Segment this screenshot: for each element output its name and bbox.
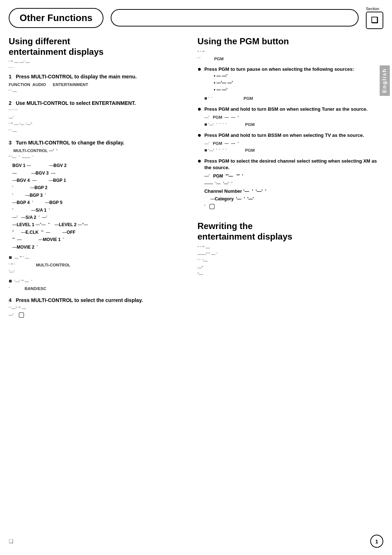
pgm-bullet-3: ● Press PGM and hold to turn BSSM on whe… [197, 132, 383, 154]
step-4-text: 4 Press MULTI-CONTROL to select the curr… [9, 297, 187, 304]
section-number-box: ❑ [366, 12, 383, 29]
enter-icon [19, 313, 24, 318]
bullet-dot-2: ● [197, 105, 201, 113]
pgm-bullet-4-content: Press PGM to select the desired channel … [204, 158, 383, 210]
rewrite-title: Rewriting theentertainment displays [197, 221, 383, 242]
pgm-section: Using the PGM button '' ' ''' ' ' PGM ● … [197, 36, 383, 210]
header-middle-box [111, 9, 359, 26]
pgm-bullet-3-text: Press PGM and hold to turn BSSM on when … [204, 132, 364, 139]
right-col-inner: Using the PGM button '' ' ''' ' ' PGM ● … [197, 36, 383, 277]
pgm-bullet-1: ● Press PGM to turn pause on when select… [197, 66, 383, 103]
step-3-note2: ■ '—' ''' — ' ' BAND/ESC [9, 277, 187, 292]
main-content: Using differententertainment displays ' … [0, 33, 392, 327]
footer-left-num: ❑ [9, 538, 13, 544]
bullet-dot-3: ● [197, 131, 201, 139]
pgm-intro: '' ' ''' ' ' PGM [197, 49, 383, 62]
display-map: BGV 1 — —BGV 2 — —BGV 3 — —BGV 4 — —BGP … [12, 162, 187, 251]
section-label-text: Section [366, 7, 379, 11]
pgm-bullet-2: ● Press PGM and hold to turn BSM on when… [197, 106, 383, 128]
step-1: 1 Press MULTI-CONTROL to display the mai… [9, 73, 187, 94]
pgm-source-2: —'— —' [214, 79, 354, 86]
pgm-title: Using the PGM button [197, 36, 383, 47]
pgm-bullet-3-sub: —' PGM — — ' ■ '—' ' ' ' ' PGM [204, 140, 364, 154]
page-header: Other Functions Section ❑ [0, 0, 392, 33]
pgm-bullet-1-list: — —' —'— —' — —' [214, 73, 354, 94]
pgm-bullet-1-content: Press PGM to turn pause on when selectin… [204, 66, 354, 103]
step-2-sub: ' ' ' ' ' —' ' ''' — '— '—'' ' ' — [9, 107, 187, 134]
rewrite-section: Rewriting theentertainment displays '' '… [197, 221, 383, 278]
pgm-source-3: — —' [214, 86, 354, 93]
pgm-bullet-4: ● Press PGM to select the desired channe… [197, 158, 383, 210]
step-1-sub: FUNCTION AUDIO ENTERTAINMENT ' ' — [9, 81, 187, 95]
header-title: Other Functions [20, 12, 93, 23]
step-2-text: 2 Use MULTI-CONTROL to select ENTERTAINM… [9, 100, 187, 107]
footer-circle-label: 1 [375, 538, 378, 544]
footer-page-circle: 1 [370, 535, 383, 548]
step-2: 2 Use MULTI-CONTROL to select ENTERTAINM… [9, 100, 187, 134]
left-section-title: Using differententertainment displays [9, 36, 187, 57]
pgm-bullet-1-text: Press PGM to turn pause on when selectin… [204, 66, 354, 73]
step-3-sub: MULTI-CONTROL —' ' '' '— ' —— ' [9, 147, 187, 161]
pgm-bullet-2-content: Press PGM and hold to turn BSM on when s… [204, 106, 368, 128]
step-3-text: 3 Turn MULTI-CONTROL to change the displ… [9, 139, 187, 147]
bullet-dot-4: ● [197, 157, 201, 165]
pgm-bullet-4-channel: —' PGM '''— ''' ' —— '— '—' ' Channel Nu… [204, 172, 383, 210]
step-3-note: ■ — ''' ' — ' ''' ' MULTI-CONTROL '—' [9, 253, 187, 275]
enter-icon-2 [209, 204, 215, 209]
pgm-bullet-1-note: ■ ' ' PGM [204, 95, 354, 102]
pgm-bullet-2-text: Press PGM and hold to turn BSM on when s… [204, 106, 368, 113]
bullet-dot-1: ● [197, 65, 201, 73]
step-1-text: 1 Press MULTI-CONTROL to display the mai… [9, 73, 187, 81]
pgm-bullet-4-text: Press PGM to select the desired channel … [204, 158, 383, 171]
section-badge: Other Functions [9, 8, 103, 28]
pgm-source-1: — —' [214, 73, 354, 79]
left-intro: ' ''' — —' — ' ' ' [9, 59, 187, 72]
left-column: Using differententertainment displays ' … [9, 36, 187, 323]
pgm-bullet-2-sub: —' PGM — — ' ■ '—' ' ' ' ' PGM [204, 114, 368, 128]
rewrite-intro: '' ' ''' — ——'' '' — ' ' ' '— —" "— [197, 244, 383, 278]
right-column: English Using the PGM button '' ' ''' ' … [197, 36, 383, 323]
page-footer: ❑ 1 [0, 535, 392, 548]
section-icon: ❑ [371, 16, 378, 25]
step-4: 4 Press MULTI-CONTROL to select the curr… [9, 297, 187, 318]
pgm-bullet-3-content: Press PGM and hold to turn BSSM on when … [204, 132, 364, 154]
step-3: 3 Turn MULTI-CONTROL to change the displ… [9, 139, 187, 292]
step-4-sub: ' '—'' ''' — —' [9, 305, 187, 318]
